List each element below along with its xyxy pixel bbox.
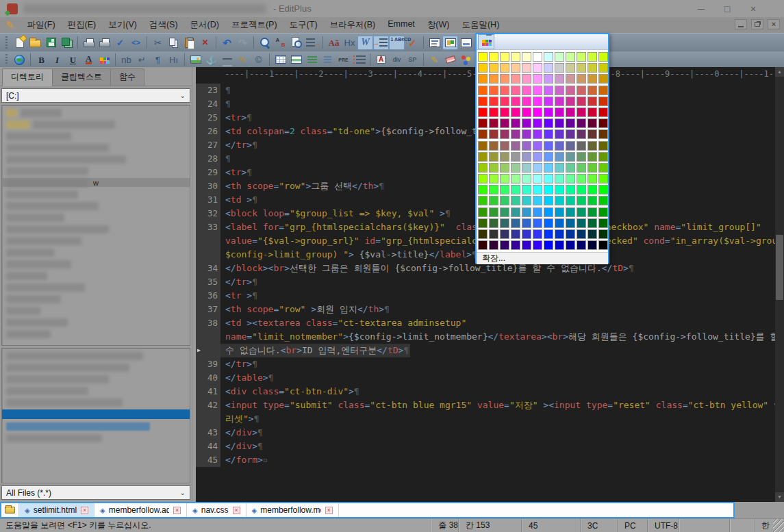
color-swatch[interactable] xyxy=(478,97,488,106)
color-swatch[interactable] xyxy=(500,229,509,239)
horizontal-rule-icon[interactable] xyxy=(219,53,235,66)
resize-grip[interactable] xyxy=(773,519,784,532)
color-swatch[interactable] xyxy=(587,218,597,228)
color-swatch[interactable] xyxy=(478,86,488,95)
code-line[interactable]: 37<th scope="row" >회원 입지</th>¶ xyxy=(196,303,775,316)
spell-check-icon[interactable]: ✓ xyxy=(112,36,128,50)
font-size-icon[interactable]: Aā xyxy=(326,36,342,50)
file-item-selected[interactable] xyxy=(2,409,190,419)
color-swatch[interactable] xyxy=(566,185,575,194)
color-swatch[interactable] xyxy=(522,185,531,194)
color-swatch[interactable] xyxy=(511,163,520,173)
color-swatch[interactable] xyxy=(500,107,509,117)
color-swatch[interactable] xyxy=(566,118,575,128)
color-swatch[interactable] xyxy=(577,207,586,217)
color-swatch[interactable] xyxy=(598,63,608,73)
color-swatch[interactable] xyxy=(566,63,575,73)
document-tab-nav.css[interactable]: ◈nav.css× xyxy=(187,503,246,517)
color-swatch[interactable] xyxy=(533,152,542,162)
font-tag-icon[interactable]: A xyxy=(373,53,389,66)
color-swatch[interactable] xyxy=(544,118,553,128)
current-code-line[interactable]: ▶ 수 없습니다.<br>ID 입력,엔터구분</tD>¶ xyxy=(196,344,775,357)
code-line[interactable]: 40</table>¶ xyxy=(196,371,775,385)
file-item[interactable] xyxy=(6,363,190,372)
line-break-icon[interactable]: ↵ xyxy=(134,53,150,66)
color-swatch[interactable] xyxy=(598,152,608,162)
align-left-icon[interactable] xyxy=(304,53,320,66)
color-swatch[interactable] xyxy=(533,163,542,173)
color-swatch[interactable] xyxy=(533,185,542,194)
color-swatch[interactable] xyxy=(566,52,575,62)
color-swatch[interactable] xyxy=(522,240,531,250)
color-swatch[interactable] xyxy=(598,196,608,205)
color-swatch[interactable] xyxy=(478,207,488,217)
code-line[interactable]: 39</tr>¶ xyxy=(196,357,775,371)
menu-item-10[interactable]: 창(W) xyxy=(421,18,456,32)
color-swatch[interactable] xyxy=(544,229,553,239)
color-swatch[interactable] xyxy=(500,129,509,139)
tree-item[interactable] xyxy=(6,201,190,210)
color-swatch[interactable] xyxy=(598,185,608,194)
menu-item-1[interactable]: 파일(F) xyxy=(21,18,62,32)
color-swatch[interactable] xyxy=(511,174,520,183)
color-swatch[interactable] xyxy=(533,174,542,183)
html-tags-icon[interactable]: <> xyxy=(128,36,144,50)
color-swatch[interactable] xyxy=(478,240,488,250)
color-swatch[interactable] xyxy=(555,207,564,217)
color-swatch[interactable] xyxy=(577,196,586,205)
color-swatch[interactable] xyxy=(566,207,575,217)
eraser-icon[interactable] xyxy=(442,53,458,66)
new-file-icon[interactable] xyxy=(12,36,27,50)
color-swatch[interactable] xyxy=(587,129,597,139)
color-swatch[interactable] xyxy=(598,129,608,139)
print-icon[interactable] xyxy=(97,36,112,50)
color-swatch[interactable] xyxy=(511,52,520,62)
color-swatch[interactable] xyxy=(533,141,542,151)
menu-item-9[interactable]: Emmet xyxy=(381,18,421,32)
color-swatch[interactable] xyxy=(587,185,597,194)
color-swatch[interactable] xyxy=(587,240,597,250)
color-swatch[interactable] xyxy=(478,163,488,173)
color-swatch[interactable] xyxy=(544,63,553,73)
color-swatch[interactable] xyxy=(577,52,586,62)
color-swatch[interactable] xyxy=(587,118,597,128)
print-preview-icon[interactable] xyxy=(81,36,97,50)
color-swatch[interactable] xyxy=(533,207,542,217)
mdi-restore-button[interactable] xyxy=(751,19,763,29)
table-row-icon[interactable] xyxy=(288,53,304,66)
color-swatch[interactable] xyxy=(522,63,531,73)
color-swatch[interactable] xyxy=(598,163,608,173)
save-icon[interactable] xyxy=(43,36,59,50)
color-swatch[interactable] xyxy=(500,240,509,250)
save-all-icon[interactable] xyxy=(59,36,75,50)
file-item[interactable] xyxy=(6,422,190,431)
heading-icon[interactable]: Hı xyxy=(166,53,181,66)
color-swatch[interactable] xyxy=(544,174,553,183)
color-swatch[interactable] xyxy=(577,118,586,128)
color-swatch[interactable] xyxy=(544,74,553,84)
menu-item-4[interactable]: 검색(S) xyxy=(143,18,184,32)
expand-menu-item[interactable]: 확장... xyxy=(477,252,608,264)
code-line[interactable]: 43</div>¶ xyxy=(196,426,775,440)
color-swatch[interactable] xyxy=(533,86,542,95)
color-swatch[interactable] xyxy=(555,174,564,183)
editor-scrollbar[interactable]: ▲ ▼ xyxy=(775,67,784,502)
color-picker-icon[interactable] xyxy=(478,34,494,49)
color-swatch[interactable] xyxy=(511,229,520,239)
color-swatch[interactable] xyxy=(500,174,509,183)
color-swatch[interactable] xyxy=(489,97,498,106)
color-swatch[interactable] xyxy=(489,86,498,95)
color-swatch[interactable] xyxy=(587,229,597,239)
color-swatch[interactable] xyxy=(489,163,498,173)
color-swatch[interactable] xyxy=(511,196,520,205)
color-swatch[interactable] xyxy=(511,141,520,151)
color-swatch[interactable] xyxy=(598,240,608,250)
color-swatch[interactable] xyxy=(500,141,509,151)
color-swatch[interactable] xyxy=(587,141,597,151)
color-swatch[interactable] xyxy=(489,74,498,84)
color-swatch[interactable] xyxy=(587,196,597,205)
tree-item[interactable] xyxy=(6,248,190,257)
color-swatch[interactable] xyxy=(500,74,509,84)
insert-object-icon[interactable] xyxy=(458,53,474,66)
code-line[interactable]: 35</tr>¶ xyxy=(196,275,775,289)
